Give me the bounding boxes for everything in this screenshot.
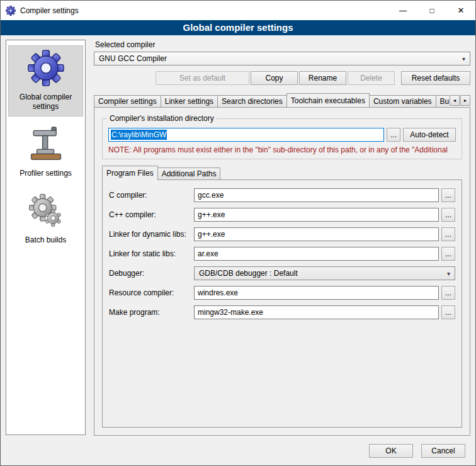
c-compiler-label: C compiler: [109, 191, 191, 200]
debugger-select-value: GDB/CDB debugger : Default [199, 269, 443, 278]
main-panel: Selected compiler GNU GCC Compiler ▾ Set… [94, 40, 470, 439]
titlebar: Compiler settings — □ ✕ [1, 1, 475, 20]
close-button[interactable]: ✕ [446, 1, 475, 20]
set-as-default-button[interactable]: Set as default [156, 71, 249, 85]
sidebar-item-label: Global compiler settings [10, 93, 81, 111]
installation-directory-group: Compiler's installation directory C:\ray… [102, 114, 462, 159]
dialog-body: Global compiler settings Profiler se [1, 35, 475, 441]
app-gear-icon [6, 6, 16, 16]
chevron-down-icon: ▾ [447, 270, 450, 277]
window-title: Compiler settings [20, 6, 79, 15]
cpp-compiler-browse-button[interactable]: ... [441, 208, 455, 222]
tab-custom-variables[interactable]: Custom variables [369, 95, 436, 107]
debugger-label: Debugger: [109, 269, 191, 278]
gray-gears-icon [28, 193, 64, 231]
rename-button[interactable]: Rename [299, 71, 346, 85]
chevron-down-icon: ▾ [462, 55, 465, 62]
static-linker-input[interactable] [194, 247, 439, 261]
installation-directory-browse-button[interactable]: ... [387, 128, 400, 142]
ok-button[interactable]: OK [369, 444, 413, 458]
toolchain-executables-page: Compiler's installation directory C:\ray… [94, 107, 470, 436]
selected-compiler-label: Selected compiler [95, 40, 470, 49]
tab-build-options[interactable]: Buil [436, 95, 449, 107]
dynamic-linker-input[interactable] [194, 227, 439, 241]
make-program-row: Make program: ... [109, 305, 455, 319]
compiler-settings-window: Compiler settings — □ ✕ Global compiler … [0, 0, 476, 466]
auto-detect-button[interactable]: Auto-detect [403, 128, 456, 142]
resource-compiler-input[interactable] [194, 286, 439, 300]
dynamic-linker-label: Linker for dynamic libs: [109, 230, 191, 239]
c-compiler-row: C compiler: ... [109, 188, 455, 202]
sidebar-item-label: Profiler settings [20, 169, 72, 178]
installation-directory-selected-text: C:\raylib\MinGW [111, 130, 167, 140]
resource-compiler-browse-button[interactable]: ... [441, 286, 455, 300]
resource-compiler-row: Resource compiler: ... [109, 286, 455, 300]
sidebar-item-batch-builds[interactable]: Batch builds [8, 188, 83, 250]
sidebar-item-global-compiler-settings[interactable]: Global compiler settings [8, 45, 83, 116]
tab-compiler-settings[interactable]: Compiler settings [94, 95, 161, 107]
sidebar-item-profiler-settings[interactable]: Profiler settings [8, 122, 83, 183]
c-compiler-input[interactable] [194, 188, 439, 202]
installation-directory-input[interactable]: C:\raylib\MinGW [108, 128, 384, 142]
compiler-select-value: GNU GCC Compiler [99, 54, 458, 63]
dialog-header: Global compiler settings [1, 20, 475, 35]
maximize-button[interactable]: □ [417, 1, 446, 20]
program-files-tabstrip: Program Files Additional Paths [102, 166, 462, 179]
installation-directory-legend: Compiler's installation directory [107, 114, 217, 123]
dynamic-linker-browse-button[interactable]: ... [441, 227, 455, 241]
program-files-page: C compiler: ... C++ compiler: ... Linker… [102, 179, 462, 428]
static-linker-browse-button[interactable]: ... [441, 247, 455, 261]
profiler-clamp-icon [29, 126, 63, 164]
scroll-tabs-left-button[interactable]: ◄ [450, 95, 460, 106]
compiler-actions: Set as default Copy Rename Delete Reset … [94, 71, 470, 85]
make-program-input[interactable] [194, 305, 439, 319]
resource-compiler-label: Resource compiler: [109, 288, 191, 297]
cpp-compiler-input[interactable] [194, 208, 439, 222]
cpp-compiler-label: C++ compiler: [109, 210, 191, 219]
minimize-button[interactable]: — [388, 1, 417, 20]
tab-toolchain-executables[interactable]: Toolchain executables [286, 93, 370, 107]
debugger-row: Debugger: GDB/CDB debugger : Default ▾ [109, 266, 455, 280]
tab-program-files[interactable]: Program Files [102, 166, 158, 180]
c-compiler-browse-button[interactable]: ... [441, 188, 455, 202]
reset-defaults-button[interactable]: Reset defaults [401, 71, 470, 85]
installation-directory-row: C:\raylib\MinGW ... Auto-detect [108, 128, 456, 142]
make-program-label: Make program: [109, 308, 191, 317]
window-controls: — □ ✕ [388, 1, 475, 20]
copy-button[interactable]: Copy [251, 71, 298, 85]
dynamic-linker-row: Linker for dynamic libs: ... [109, 227, 455, 241]
make-program-browse-button[interactable]: ... [441, 305, 455, 319]
static-linker-row: Linker for static libs: ... [109, 247, 455, 261]
tab-search-directories[interactable]: Search directories [217, 95, 287, 107]
category-sidebar: Global compiler settings Profiler se [6, 40, 86, 435]
compiler-select[interactable]: GNU GCC Compiler ▾ [94, 52, 470, 65]
cancel-button[interactable]: Cancel [421, 444, 465, 458]
cpp-compiler-row: C++ compiler: ... [109, 208, 455, 222]
dialog-footer: OK Cancel [1, 441, 475, 465]
debugger-select[interactable]: GDB/CDB debugger : Default ▾ [194, 266, 455, 280]
settings-tabstrip: Compiler settings Linker settings Search… [94, 93, 470, 107]
delete-button[interactable]: Delete [348, 71, 395, 85]
tab-additional-paths[interactable]: Additional Paths [157, 168, 221, 179]
tab-scroll-controls: ◄ ► [449, 95, 470, 106]
tab-linker-settings[interactable]: Linker settings [161, 95, 218, 107]
blue-gear-icon [28, 50, 64, 88]
sidebar-item-label: Batch builds [25, 236, 66, 245]
static-linker-label: Linker for static libs: [109, 249, 191, 258]
bin-subdirectory-note: NOTE: All programs must exist either in … [108, 145, 456, 154]
scroll-tabs-right-button[interactable]: ► [460, 95, 470, 106]
